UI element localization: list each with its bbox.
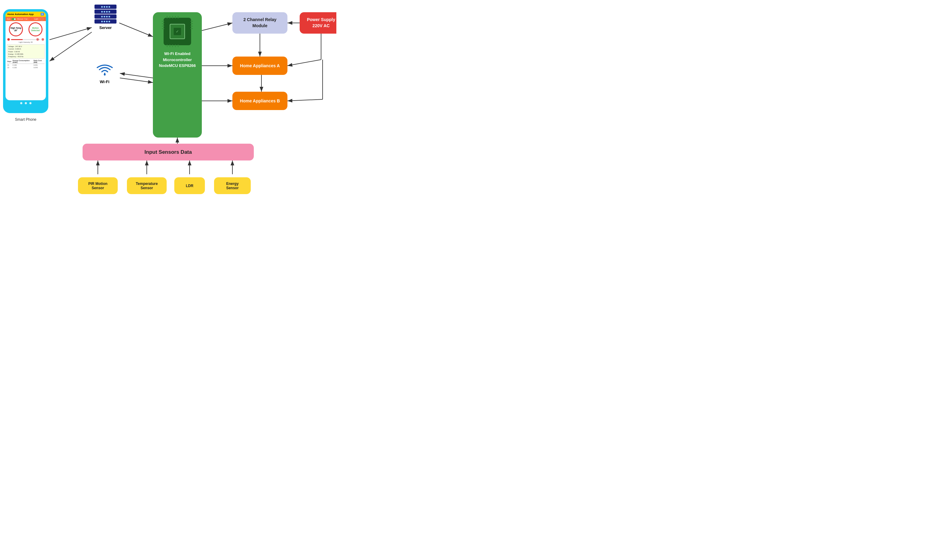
- col-cost: Daily Cost (RM): [33, 59, 45, 64]
- server-dot: [101, 11, 103, 12]
- pin: [169, 45, 170, 47]
- server-unit-1: [94, 5, 117, 9]
- server-dot: [106, 11, 108, 12]
- fan-indicator: [30, 17, 33, 20]
- chip-pins-top: [167, 16, 179, 18]
- server-dot: [101, 6, 103, 8]
- svg-line-15: [288, 99, 323, 101]
- mcu-box: Wi-Fi Enabled Microcontroller NodeMCU ES…: [153, 12, 202, 138]
- table-row: 21 0.182 0.041: [7, 64, 45, 67]
- phone-header: Home Automation App G: [6, 12, 46, 17]
- pir-sensor-label: PIR MotionSensor: [88, 182, 108, 190]
- motion-display: Motion Detected: [31, 27, 40, 32]
- temp-sensor-label: TemperatureSensor: [136, 182, 158, 190]
- pin: [162, 23, 164, 24]
- svg-line-2: [49, 28, 92, 40]
- temp-display: High Temp 28°: [11, 27, 22, 32]
- pin: [175, 45, 176, 47]
- pin: [191, 28, 193, 29]
- sensors-data-box: Input Sensors Data: [83, 144, 254, 160]
- phone-screen: Home Automation App G Auto Manual Fan : …: [6, 12, 46, 100]
- phone-dot: [29, 102, 31, 104]
- light-intensity-label: Light Intensity 28: [6, 41, 46, 44]
- table-row: 22 0.192 0.043: [7, 66, 45, 69]
- appliance-b-label: Home Appliances B: [240, 98, 280, 103]
- phone-dots: [6, 102, 46, 104]
- server-dot: [104, 16, 105, 17]
- svg-line-3: [49, 32, 92, 61]
- energy-row: Energy : 0.108 KWh: [8, 53, 43, 55]
- mcu-chip: [163, 18, 191, 45]
- light-label: Light :: [34, 18, 39, 20]
- chip-pins-bottom: [167, 45, 179, 47]
- pin: [162, 28, 164, 29]
- phone-dot: [25, 102, 27, 104]
- appliance-a-label: Home Appliances A: [240, 63, 280, 68]
- pin: [167, 16, 168, 18]
- pin: [178, 45, 179, 47]
- server-dot: [109, 16, 110, 17]
- server-label: Server: [92, 25, 119, 30]
- col-energy: Energy Consumption (KWh): [12, 59, 33, 64]
- server-dot: [104, 21, 105, 22]
- server-dot: [104, 6, 105, 8]
- slider-right-dot: [42, 38, 44, 41]
- svg-line-13: [288, 60, 321, 66]
- light-slider[interactable]: [11, 39, 40, 40]
- diagram-container: Home Automation App G Auto Manual Fan : …: [0, 0, 336, 202]
- frequency-row: Frequency : 49.9 Hz: [8, 55, 43, 58]
- auto-label: Auto: [7, 18, 11, 20]
- pin: [191, 26, 193, 26]
- power-row: Power : 0.60 W: [8, 51, 43, 53]
- pin: [172, 16, 173, 18]
- server-dot: [106, 21, 108, 22]
- pin: [169, 16, 170, 18]
- server-unit-2: [94, 9, 117, 14]
- current-row: Current : 0.000 A: [8, 48, 43, 50]
- chip-inner: [170, 24, 185, 39]
- phone: Home Automation App G Auto Manual Fan : …: [3, 9, 48, 113]
- pin: [178, 16, 179, 18]
- auto-toggle[interactable]: [12, 18, 16, 20]
- pin: [191, 21, 193, 22]
- voltage-row: Voltage : 247.90 V: [8, 45, 43, 48]
- fan-label: Fan :: [25, 18, 29, 20]
- temp-sensor-box: TemperatureSensor: [127, 177, 167, 194]
- pin: [191, 23, 193, 24]
- relay-box: 2 Channel Relay Module: [233, 12, 288, 34]
- server-dot: [106, 16, 108, 17]
- server-dot: [109, 21, 110, 22]
- phone-label: Smart Phone: [3, 117, 48, 122]
- ldr-sensor-label: LDR: [186, 184, 194, 188]
- server-dot: [101, 16, 103, 17]
- manual-label: Manual: [17, 18, 23, 20]
- server-dot: [104, 11, 105, 12]
- pin: [167, 45, 168, 47]
- server-dot: [106, 6, 108, 8]
- pin: [175, 16, 176, 18]
- mcu-text: Wi-Fi Enabled Microcontroller NodeMCU ES…: [159, 51, 196, 69]
- google-button[interactable]: G: [41, 13, 44, 15]
- phone-sensors: High Temp 28° Motion Detected: [6, 21, 46, 38]
- appliance-a-box: Home Appliances A: [233, 57, 288, 75]
- col-days: Days: [7, 59, 12, 64]
- server-box: Server: [92, 5, 119, 30]
- motion-circle: Motion Detected: [28, 22, 43, 36]
- relay-label: 2 Channel Relay Module: [243, 17, 276, 29]
- pin: [162, 21, 164, 22]
- wifi-label: Wi-Fi: [89, 80, 120, 84]
- energy-col-table: Days Energy Consumption (KWh) Daily Cost…: [7, 59, 45, 69]
- temp-circle: High Temp 28°: [9, 22, 23, 36]
- server-unit-3: [94, 14, 117, 18]
- chip-pins-right: [191, 21, 193, 29]
- pir-sensor-box: PIR MotionSensor: [78, 177, 118, 194]
- slider-left-dot: [7, 38, 10, 41]
- energy-sensor-label: EnergySensor: [226, 182, 239, 190]
- sensors-data-label: Input Sensors Data: [145, 149, 192, 155]
- phone-controls: Auto Manual Fan : Light :: [6, 17, 46, 21]
- server-dot: [109, 6, 110, 8]
- appliance-b-box: Home Appliances B: [233, 92, 288, 110]
- power-supply-box: Power Supply 220V AC: [300, 12, 336, 34]
- energy-table: Voltage : 247.90 V Current : 0.000 A Pow…: [7, 44, 45, 59]
- svg-line-4: [120, 78, 153, 83]
